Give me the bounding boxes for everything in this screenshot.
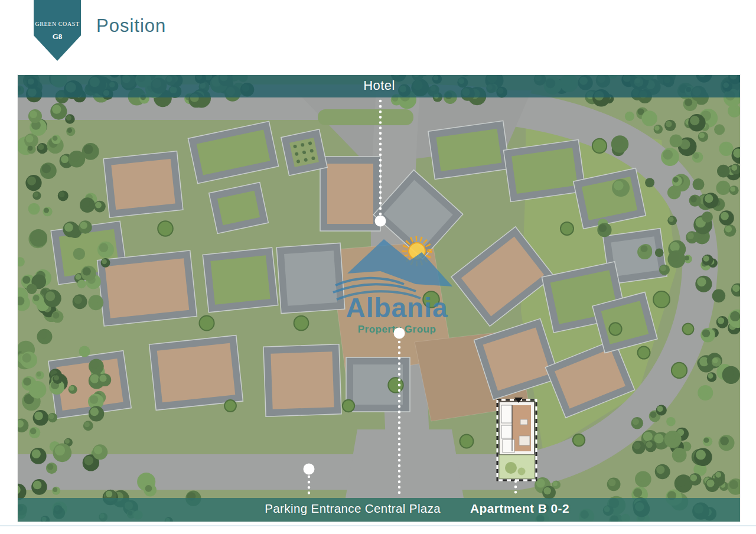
central-plaza-endpoint-dot	[394, 328, 405, 339]
green-coast-badge: GREEN COAST G8	[34, 0, 81, 61]
site-plan-image: Albania Property Group	[18, 75, 740, 522]
apartment-label: Apartment B 0-2	[470, 502, 569, 516]
central-plaza-label: Central Plaza	[365, 502, 441, 516]
footer-divider	[0, 525, 756, 526]
badge-line1: GREEN COAST	[35, 21, 79, 27]
apartment-b02-highlight	[497, 398, 536, 480]
parking-endpoint-dot	[304, 464, 315, 475]
hotel-endpoint-dot	[375, 216, 386, 227]
hotel-label: Hotel	[363, 78, 395, 93]
logo-name: Albania	[346, 292, 448, 323]
apartment-terrace	[499, 455, 535, 478]
pennant-icon	[34, 0, 81, 61]
page-title: Position	[96, 15, 166, 37]
badge-line2: G8	[53, 32, 63, 41]
parking-entrance-label: Parking Entrance	[265, 502, 361, 516]
